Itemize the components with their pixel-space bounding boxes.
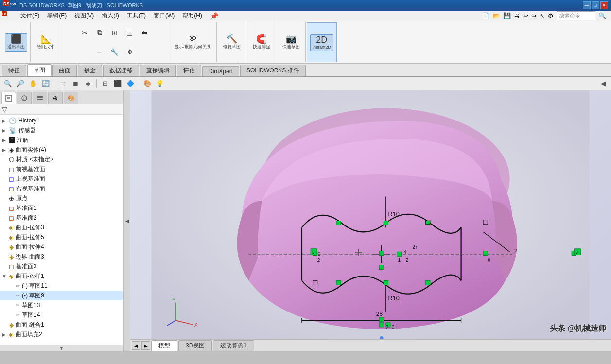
- offset-entity-button[interactable]: ⊞: [108, 26, 122, 39]
- 3d-viewport[interactable]: R10 R10 28 2: [130, 90, 611, 351]
- show-hide-button[interactable]: 👁 显示/删除几何关系: [172, 33, 213, 52]
- select-icon[interactable]: ↖: [540, 12, 545, 19]
- tab-sheet-metal[interactable]: 钣金: [78, 65, 102, 76]
- zoom-in-button[interactable]: 🔎: [15, 78, 26, 89]
- redo-icon[interactable]: ↪: [531, 12, 537, 19]
- loft1-expander[interactable]: ▼: [2, 274, 9, 279]
- annotations-expander[interactable]: ▶: [2, 138, 9, 143]
- panel-tab-property[interactable]: i: [17, 92, 32, 104]
- hidden-lines-button[interactable]: ◈: [82, 78, 94, 89]
- tab-sketch[interactable]: 草图: [27, 64, 52, 76]
- tree-item-plane1[interactable]: ◻ 基准面1: [0, 203, 123, 213]
- tree-item-sketch13[interactable]: ✏ 草图13: [0, 300, 123, 310]
- panel-tab-feature-manager[interactable]: [1, 92, 16, 104]
- tab-evaluate[interactable]: 评估: [177, 65, 201, 76]
- collapse-button[interactable]: ◀: [597, 78, 609, 89]
- surface-bodies-expander[interactable]: ▶: [2, 147, 9, 153]
- zoom-to-fit-button[interactable]: 🔍: [2, 78, 14, 89]
- tree-item-top-plane[interactable]: ◻ 上视基准面: [0, 174, 123, 184]
- move-entity-button[interactable]: ✥: [123, 46, 137, 58]
- pin-icon[interactable]: 📌: [210, 12, 218, 20]
- tree-item-boundary-surface3[interactable]: ◈ 边界-曲面3: [0, 252, 123, 261]
- bottom-tab-model[interactable]: 模型: [151, 340, 177, 351]
- fix-sketch-main-button[interactable]: 🔨 修复草图: [221, 33, 243, 52]
- tree-item-plane2[interactable]: ◻ 基准面2: [0, 213, 123, 223]
- print-icon[interactable]: 🖨: [514, 12, 520, 19]
- tree-item-loft1[interactable]: ▼ ◈ 曲面-放样1: [0, 271, 123, 281]
- tree-item-plane3[interactable]: ◻ 基准面3: [0, 261, 123, 271]
- nav-prev-button[interactable]: ◀: [132, 341, 140, 350]
- minimize-button[interactable]: —: [583, 1, 591, 9]
- menu-window[interactable]: 窗口(W): [150, 11, 178, 21]
- trim-entity-button[interactable]: ✂: [78, 26, 91, 39]
- tree-item-front-plane[interactable]: ◻ 前视基准面: [0, 164, 123, 174]
- bottom-tab-3dview[interactable]: 3D视图: [178, 340, 212, 351]
- rotate-button[interactable]: 🔄: [40, 78, 52, 89]
- tab-data-migration[interactable]: 数据迁移: [103, 65, 139, 76]
- menu-edit[interactable]: 编辑(E): [43, 11, 70, 21]
- shaded-button[interactable]: ◼: [70, 78, 81, 89]
- front-view-button[interactable]: ⬛: [112, 78, 123, 89]
- tree-item-history[interactable]: ▶ 🕐 History: [0, 116, 123, 125]
- bottom-tab-motion1[interactable]: 运动算例1: [213, 340, 254, 351]
- menu-insert[interactable]: 插入(I): [98, 11, 122, 21]
- tree-item-surface-extrude3[interactable]: ◈ 曲面-拉伸3: [0, 223, 123, 232]
- show-relations-button[interactable]: ↔: [93, 46, 106, 58]
- panel-tab-display[interactable]: 🎨: [64, 92, 78, 104]
- mirror-button[interactable]: ⇋: [138, 26, 152, 39]
- window-controls[interactable]: — □ ✕: [583, 1, 608, 9]
- tree-item-material[interactable]: ⬡ 材质 <未指定>: [0, 155, 123, 164]
- convert-entity-button[interactable]: ⧉: [93, 26, 106, 39]
- menu-view[interactable]: 视图(V): [70, 11, 98, 21]
- history-expander[interactable]: ▶: [2, 118, 9, 123]
- panel-collapse-arrow[interactable]: ◀: [124, 90, 130, 351]
- exit-sketch-button[interactable]: ⬛ 退出草图: [5, 33, 27, 52]
- lights-button[interactable]: 💡: [154, 78, 166, 89]
- tab-feature[interactable]: 特征: [2, 65, 26, 76]
- tree-item-knit1[interactable]: ◈ 曲面-缝合1: [0, 320, 123, 329]
- nav-next-button[interactable]: ▶: [141, 341, 150, 350]
- panel-tab-config[interactable]: [33, 92, 47, 104]
- tree-item-right-plane[interactable]: ◻ 右视基准面: [0, 184, 123, 193]
- menu-help[interactable]: 帮助(H): [178, 11, 206, 21]
- tree-item-surface-extrude5[interactable]: ◈ 曲面-拉伸5: [0, 232, 123, 242]
- tree-item-sketch9[interactable]: ✏ (-) 草图9: [0, 291, 123, 300]
- tree-item-sensors[interactable]: ▶ 📡 传感器: [0, 125, 123, 135]
- tab-dimxpert[interactable]: DimXpert: [202, 66, 239, 76]
- normal-to-button[interactable]: ⊞: [99, 78, 111, 89]
- scroll-down-button[interactable]: ▼: [0, 345, 123, 351]
- fix-sketch-button[interactable]: 🔧: [108, 46, 122, 58]
- tree-item-fill2[interactable]: ▶ ◈ 曲面填充2: [0, 329, 123, 339]
- instant2d-button[interactable]: 2D Instant2D: [310, 34, 334, 51]
- panel-tab-dimxpert[interactable]: ⊕: [48, 92, 63, 104]
- sensors-expander[interactable]: ▶: [2, 128, 9, 133]
- tree-item-surface-extrude4[interactable]: ◈ 曲面-拉伸4: [0, 242, 123, 252]
- fill2-expander[interactable]: ▶: [2, 332, 9, 337]
- save-icon[interactable]: 💾: [503, 12, 511, 19]
- tree-item-sketch11[interactable]: ✏ (-) 草图11: [0, 281, 123, 291]
- pan-button[interactable]: ✋: [27, 78, 39, 89]
- filter-icon[interactable]: ▽: [2, 105, 7, 113]
- tree-item-surface-bodies[interactable]: ▶ ◈ 曲面实体(4): [0, 145, 123, 155]
- new-icon[interactable]: 📄: [482, 12, 489, 19]
- open-icon[interactable]: 📂: [492, 12, 500, 19]
- search-input-area[interactable]: 搜索命令: [557, 11, 595, 20]
- display-style-button[interactable]: 🎨: [141, 78, 153, 89]
- menu-tools[interactable]: 工具(T): [123, 11, 150, 21]
- menu-file[interactable]: 文件(F): [17, 11, 43, 21]
- close-button[interactable]: ✕: [600, 1, 608, 9]
- isometric-button[interactable]: 🔷: [124, 78, 136, 89]
- tab-solidworks-plugins[interactable]: SOLIDWORKS 插件: [240, 65, 306, 76]
- quick-view-button[interactable]: 📷 快速草图: [280, 33, 302, 52]
- search-icon[interactable]: 🔍: [598, 12, 606, 19]
- settings-icon[interactable]: ⚙: [548, 12, 554, 19]
- tab-surface[interactable]: 曲面: [52, 65, 77, 76]
- tab-direct-edit[interactable]: 直接编辑: [140, 65, 176, 76]
- wireframe-button[interactable]: ◻: [57, 78, 69, 89]
- quick-snap-button[interactable]: 🧲 快速捕捉: [250, 33, 273, 52]
- smart-dimension-button[interactable]: 📐 智能尺寸: [35, 33, 57, 52]
- tree-item-origin[interactable]: ⊕ 原点: [0, 193, 123, 203]
- maximize-button[interactable]: □: [592, 1, 599, 9]
- linear-pattern-button[interactable]: ▦: [123, 26, 137, 39]
- tree-item-sketch14[interactable]: ✏ 草图14: [0, 310, 123, 320]
